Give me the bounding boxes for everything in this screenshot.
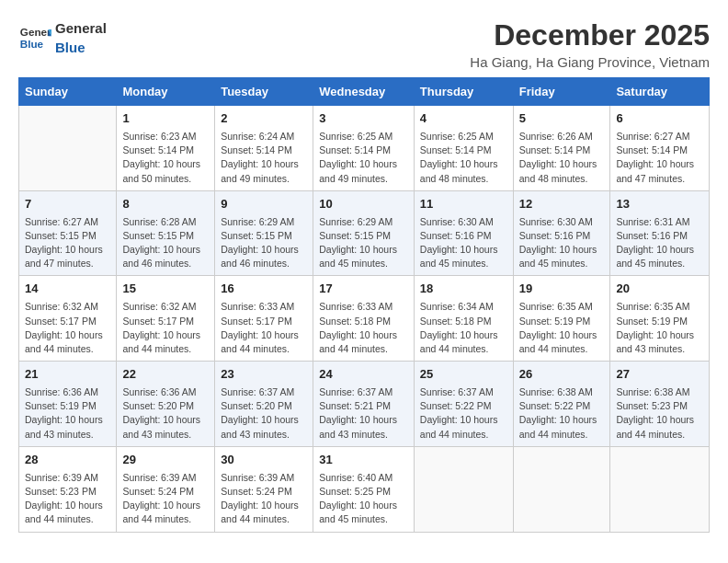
day-info: Sunrise: 6:32 AM Sunset: 5:17 PM Dayligh… [25, 300, 110, 356]
day-info: Sunrise: 6:31 AM Sunset: 5:16 PM Dayligh… [616, 215, 703, 271]
day-number: 16 [221, 281, 307, 298]
day-number: 14 [25, 281, 110, 298]
calendar-day-cell: 25Sunrise: 6:37 AM Sunset: 5:22 PM Dayli… [414, 362, 513, 447]
calendar-day-cell: 1Sunrise: 6:23 AM Sunset: 5:14 PM Daylig… [117, 106, 215, 191]
calendar-day-cell: 12Sunrise: 6:30 AM Sunset: 5:16 PM Dayli… [513, 190, 610, 276]
day-number: 13 [616, 196, 703, 213]
calendar-day-cell: 5Sunrise: 6:26 AM Sunset: 5:14 PM Daylig… [513, 106, 610, 191]
logo: General Blue General Blue [18, 18, 107, 57]
day-info: Sunrise: 6:37 AM Sunset: 5:20 PM Dayligh… [221, 385, 307, 442]
day-number: 10 [319, 196, 408, 213]
day-number: 12 [519, 196, 605, 213]
day-number: 9 [221, 196, 307, 213]
day-number: 8 [122, 196, 209, 213]
weekday-header: Sunday [19, 78, 117, 106]
day-info: Sunrise: 6:39 AM Sunset: 5:23 PM Dayligh… [25, 471, 110, 527]
calendar-day-cell: 3Sunrise: 6:25 AM Sunset: 5:14 PM Daylig… [313, 106, 415, 191]
day-info: Sunrise: 6:33 AM Sunset: 5:17 PM Dayligh… [221, 300, 307, 356]
day-number: 23 [221, 366, 307, 384]
calendar-day-cell: 26Sunrise: 6:38 AM Sunset: 5:22 PM Dayli… [513, 362, 610, 447]
calendar-day-cell: 30Sunrise: 6:39 AM Sunset: 5:24 PM Dayli… [215, 446, 313, 532]
day-info: Sunrise: 6:37 AM Sunset: 5:22 PM Dayligh… [420, 385, 507, 442]
day-info: Sunrise: 6:25 AM Sunset: 5:14 PM Dayligh… [420, 130, 507, 186]
day-number: 24 [319, 366, 408, 384]
day-info: Sunrise: 6:23 AM Sunset: 5:14 PM Dayligh… [122, 130, 209, 186]
calendar-week-row: 1Sunrise: 6:23 AM Sunset: 5:14 PM Daylig… [19, 106, 710, 191]
calendar-week-row: 21Sunrise: 6:36 AM Sunset: 5:19 PM Dayli… [19, 362, 710, 447]
day-info: Sunrise: 6:39 AM Sunset: 5:24 PM Dayligh… [122, 471, 209, 527]
day-info: Sunrise: 6:38 AM Sunset: 5:22 PM Dayligh… [519, 385, 605, 442]
weekday-header: Wednesday [313, 78, 415, 106]
month-title: December 2025 [470, 18, 710, 52]
calendar-day-cell: 16Sunrise: 6:33 AM Sunset: 5:17 PM Dayli… [215, 276, 313, 362]
day-number: 30 [221, 452, 307, 469]
calendar-day-cell: 6Sunrise: 6:27 AM Sunset: 5:14 PM Daylig… [610, 106, 710, 191]
calendar-day-cell: 21Sunrise: 6:36 AM Sunset: 5:19 PM Dayli… [19, 362, 117, 447]
day-info: Sunrise: 6:24 AM Sunset: 5:14 PM Dayligh… [221, 130, 307, 186]
day-number: 1 [122, 110, 209, 128]
svg-text:Blue: Blue [20, 38, 44, 50]
calendar-day-cell: 14Sunrise: 6:32 AM Sunset: 5:17 PM Dayli… [19, 276, 117, 362]
calendar-day-cell: 13Sunrise: 6:31 AM Sunset: 5:16 PM Dayli… [610, 190, 710, 276]
calendar-day-cell: 17Sunrise: 6:33 AM Sunset: 5:18 PM Dayli… [313, 276, 415, 362]
day-info: Sunrise: 6:35 AM Sunset: 5:19 PM Dayligh… [519, 300, 605, 356]
calendar-week-row: 7Sunrise: 6:27 AM Sunset: 5:15 PM Daylig… [19, 190, 710, 276]
day-info: Sunrise: 6:28 AM Sunset: 5:15 PM Dayligh… [122, 215, 209, 271]
day-info: Sunrise: 6:29 AM Sunset: 5:15 PM Dayligh… [319, 215, 408, 271]
svg-text:General: General [20, 26, 51, 38]
calendar-day-cell [19, 106, 117, 191]
calendar-table: SundayMondayTuesdayWednesdayThursdayFrid… [18, 77, 710, 533]
calendar-day-cell: 22Sunrise: 6:36 AM Sunset: 5:20 PM Dayli… [117, 362, 215, 447]
calendar-day-cell: 18Sunrise: 6:34 AM Sunset: 5:18 PM Dayli… [414, 276, 513, 362]
day-number: 21 [25, 366, 110, 384]
weekday-header: Saturday [610, 78, 710, 106]
day-info: Sunrise: 6:38 AM Sunset: 5:23 PM Dayligh… [616, 385, 703, 442]
day-info: Sunrise: 6:26 AM Sunset: 5:14 PM Dayligh… [519, 130, 605, 186]
day-number: 25 [420, 366, 507, 384]
day-number: 5 [519, 110, 605, 128]
day-info: Sunrise: 6:37 AM Sunset: 5:21 PM Dayligh… [319, 385, 408, 442]
calendar-day-cell: 31Sunrise: 6:40 AM Sunset: 5:25 PM Dayli… [313, 446, 415, 532]
day-info: Sunrise: 6:36 AM Sunset: 5:20 PM Dayligh… [122, 385, 209, 442]
day-number: 22 [122, 366, 209, 384]
page-container: General Blue General Blue December 2025 … [18, 18, 710, 533]
day-info: Sunrise: 6:27 AM Sunset: 5:15 PM Dayligh… [25, 215, 110, 271]
day-number: 15 [122, 281, 209, 298]
calendar-day-cell [513, 446, 610, 532]
day-number: 2 [221, 110, 307, 128]
day-number: 28 [25, 452, 110, 469]
calendar-day-cell: 20Sunrise: 6:35 AM Sunset: 5:19 PM Dayli… [610, 276, 710, 362]
weekday-header: Friday [513, 78, 610, 106]
day-info: Sunrise: 6:34 AM Sunset: 5:18 PM Dayligh… [420, 300, 507, 356]
title-section: December 2025 Ha Giang, Ha Giang Provinc… [470, 18, 710, 70]
calendar-day-cell: 10Sunrise: 6:29 AM Sunset: 5:15 PM Dayli… [313, 190, 415, 276]
logo-icon: General Blue [18, 21, 51, 54]
day-number: 27 [616, 366, 703, 384]
day-number: 7 [25, 196, 110, 213]
calendar-day-cell: 4Sunrise: 6:25 AM Sunset: 5:14 PM Daylig… [414, 106, 513, 191]
calendar-day-cell: 9Sunrise: 6:29 AM Sunset: 5:15 PM Daylig… [215, 190, 313, 276]
calendar-day-cell: 27Sunrise: 6:38 AM Sunset: 5:23 PM Dayli… [610, 362, 710, 447]
calendar-day-cell [610, 446, 710, 532]
weekday-header: Thursday [414, 78, 513, 106]
calendar-day-cell: 24Sunrise: 6:37 AM Sunset: 5:21 PM Dayli… [313, 362, 415, 447]
day-info: Sunrise: 6:35 AM Sunset: 5:19 PM Dayligh… [616, 300, 703, 356]
day-number: 29 [122, 452, 209, 469]
calendar-day-cell: 29Sunrise: 6:39 AM Sunset: 5:24 PM Dayli… [117, 446, 215, 532]
calendar-day-cell [414, 446, 513, 532]
day-info: Sunrise: 6:33 AM Sunset: 5:18 PM Dayligh… [319, 300, 408, 356]
calendar-day-cell: 15Sunrise: 6:32 AM Sunset: 5:17 PM Dayli… [117, 276, 215, 362]
day-number: 19 [519, 281, 605, 298]
weekday-header: Tuesday [215, 78, 313, 106]
calendar-week-row: 14Sunrise: 6:32 AM Sunset: 5:17 PM Dayli… [19, 276, 710, 362]
day-info: Sunrise: 6:30 AM Sunset: 5:16 PM Dayligh… [420, 215, 507, 271]
day-info: Sunrise: 6:27 AM Sunset: 5:14 PM Dayligh… [616, 130, 703, 186]
calendar-day-cell: 8Sunrise: 6:28 AM Sunset: 5:15 PM Daylig… [117, 190, 215, 276]
calendar-header-row: SundayMondayTuesdayWednesdayThursdayFrid… [19, 78, 710, 106]
weekday-header: Monday [117, 78, 215, 106]
calendar-day-cell: 2Sunrise: 6:24 AM Sunset: 5:14 PM Daylig… [215, 106, 313, 191]
day-info: Sunrise: 6:40 AM Sunset: 5:25 PM Dayligh… [319, 471, 408, 527]
day-number: 20 [616, 281, 703, 298]
day-number: 31 [319, 452, 408, 469]
location-title: Ha Giang, Ha Giang Province, Vietnam [470, 54, 710, 70]
